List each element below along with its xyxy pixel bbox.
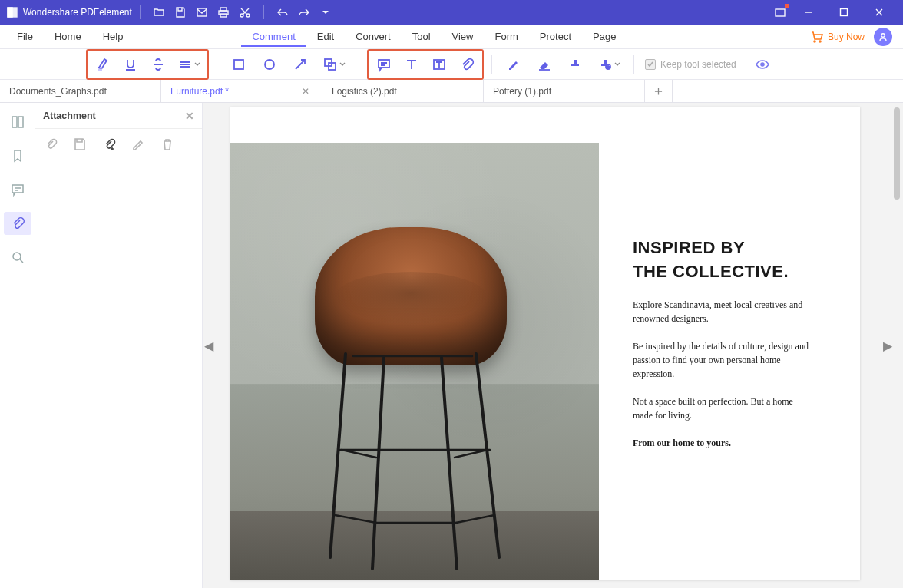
app-logo-icon (6, 6, 18, 18)
menu-help[interactable]: Help (92, 26, 134, 47)
doc-paragraph-2: Be inspired by the details of culture, d… (633, 339, 809, 381)
svg-point-11 (819, 41, 821, 42)
user-avatar-button[interactable] (874, 28, 892, 46)
svg-rect-13 (234, 60, 243, 69)
doc-paragraph-4: From our home to yours. (633, 436, 809, 450)
thumbnails-panel-icon[interactable] (4, 111, 31, 134)
edit-attachment-icon[interactable] (129, 135, 147, 154)
undo-icon[interactable] (272, 2, 293, 23)
tab-label: Documents_Graphs.pdf (9, 86, 107, 97)
menu-form[interactable]: Form (485, 26, 529, 47)
vertical-scrollbar[interactable] (894, 107, 900, 200)
text-tool-icon[interactable] (398, 51, 425, 78)
rectangle-tool-icon[interactable] (225, 51, 253, 78)
svg-line-27 (372, 358, 384, 569)
print-icon[interactable] (213, 2, 234, 23)
attachment-tool-icon[interactable] (453, 51, 481, 78)
tab-label: Logistics (2).pdf (332, 86, 397, 97)
visibility-icon[interactable] (752, 57, 773, 72)
pencil-tool-icon[interactable] (500, 51, 528, 78)
shape-dropdown-icon[interactable] (317, 51, 351, 78)
menu-view[interactable]: View (442, 26, 485, 47)
menu-protect[interactable]: Protect (529, 26, 582, 47)
svg-rect-1 (8, 8, 12, 17)
squiggly-tool-icon[interactable] (172, 51, 206, 78)
svg-line-30 (342, 450, 376, 458)
bookmarks-panel-icon[interactable] (4, 144, 31, 167)
tab-add-button[interactable] (645, 80, 673, 102)
mail-icon[interactable] (191, 2, 213, 23)
save-icon[interactable] (170, 2, 191, 23)
save-attachment-icon[interactable] (71, 135, 89, 154)
stamp-dropdown-icon[interactable] (592, 51, 626, 78)
open-icon[interactable] (148, 2, 170, 23)
highlight-tool-icon[interactable] (89, 51, 117, 78)
collapse-left-icon[interactable]: ◀ (204, 335, 213, 356)
stamp-tool-icon[interactable] (561, 51, 589, 78)
cut-icon[interactable] (234, 2, 256, 23)
document-tabs: Documents_Graphs.pdf Furniture.pdf * ✕ L… (0, 80, 903, 103)
tab-close-icon[interactable]: ✕ (299, 84, 313, 98)
note-tool-icon[interactable] (370, 51, 398, 78)
svg-point-24 (13, 253, 21, 260)
window-minimize-button[interactable] (791, 0, 826, 25)
checkbox-icon (645, 59, 656, 70)
oval-tool-icon[interactable] (256, 51, 283, 78)
menubar: File Home Help Comment Edit Convert Tool… (0, 25, 903, 49)
window-maximize-button[interactable] (826, 0, 862, 25)
strikeout-tool-icon[interactable] (144, 51, 172, 78)
titlebar: Wondershare PDFelement (0, 0, 903, 25)
document-canvas[interactable]: ◀ ▶ (203, 103, 903, 588)
doc-paragraph-3: Not a space built on perfection. But a h… (633, 395, 809, 422)
svg-point-10 (814, 41, 815, 42)
toolbar-group-annotations (367, 49, 484, 80)
redo-icon[interactable] (293, 2, 315, 23)
tab-documents-graphs[interactable]: Documents_Graphs.pdf (0, 80, 161, 102)
menu-file[interactable]: File (6, 26, 44, 47)
menu-home[interactable]: Home (44, 26, 92, 47)
tab-logistics[interactable]: Logistics (2).pdf (322, 80, 484, 102)
svg-line-34 (456, 515, 495, 523)
svg-rect-23 (12, 185, 23, 193)
menu-convert[interactable]: Convert (345, 26, 402, 47)
comments-panel-icon[interactable] (4, 178, 31, 201)
chair-photo (230, 143, 599, 580)
svg-point-12 (882, 33, 885, 37)
tab-pottery[interactable]: Pottery (1).pdf (484, 80, 645, 102)
svg-line-31 (455, 450, 488, 458)
delete-attachment-icon[interactable] (158, 135, 177, 154)
menu-tool[interactable]: Tool (402, 26, 442, 47)
svg-line-26 (476, 354, 499, 557)
open-attachment-icon[interactable] (41, 135, 60, 154)
buy-now-label: Buy Now (828, 31, 865, 42)
panel-header: Attachment ✕ (35, 103, 202, 129)
svg-rect-9 (841, 9, 848, 16)
eraser-tool-icon[interactable] (531, 51, 558, 78)
work-area: Attachment ✕ ◀ ▶ (0, 103, 903, 588)
collapse-right-icon[interactable]: ▶ (883, 335, 892, 356)
menu-comment[interactable]: Comment (241, 26, 306, 47)
toolbar-group-text-markup (86, 49, 209, 80)
buy-now-button[interactable]: Buy Now (811, 31, 865, 43)
svg-rect-17 (379, 60, 389, 68)
menu-edit[interactable]: Edit (306, 26, 345, 47)
comment-toolbar: Keep tool selected (0, 49, 903, 80)
attachment-panel: Attachment ✕ (35, 103, 203, 588)
arrow-tool-icon[interactable] (286, 51, 314, 78)
svg-point-20 (761, 63, 764, 66)
dropdown-icon[interactable] (315, 2, 336, 23)
svg-line-33 (335, 515, 376, 523)
textbox-tool-icon[interactable] (425, 51, 453, 78)
window-close-button[interactable] (862, 0, 897, 25)
panel-close-icon[interactable]: ✕ (185, 110, 194, 122)
notification-icon[interactable] (769, 2, 791, 23)
search-panel-icon[interactable] (4, 246, 31, 269)
tab-label: Pottery (1).pdf (493, 86, 551, 97)
keep-tool-selected-toggle[interactable]: Keep tool selected (645, 59, 736, 70)
add-attachment-icon[interactable] (100, 135, 118, 154)
attachments-panel-icon[interactable] (4, 212, 31, 235)
menu-page[interactable]: Page (582, 26, 627, 47)
tab-furniture[interactable]: Furniture.pdf * ✕ (161, 80, 322, 102)
panel-toolbar (35, 129, 202, 160)
underline-tool-icon[interactable] (117, 51, 144, 78)
